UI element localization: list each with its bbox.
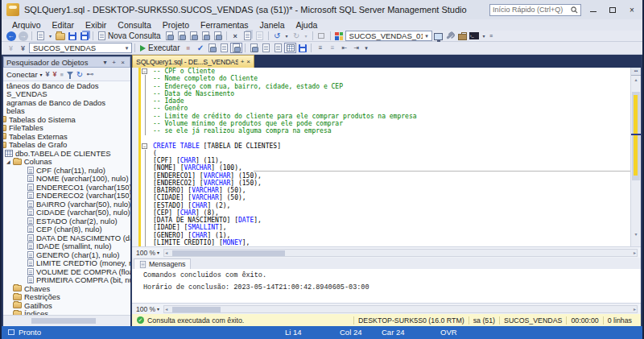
results-to-text-button[interactable] <box>272 43 284 53</box>
panel-close-button[interactable]: × <box>118 59 127 66</box>
analysis-query-button[interactable] <box>175 31 188 41</box>
tree-item[interactable]: PRIMEIRA COMPRA (bit, nulo) <box>3 276 130 285</box>
registered-servers-button[interactable] <box>432 31 444 41</box>
tree-item[interactable]: agramas de Banco de Dados <box>3 98 130 107</box>
menu-item[interactable]: Arquivo <box>6 20 47 30</box>
tree-item[interactable]: DATA DE NASCIMENTO (date, nulo) <box>3 234 130 242</box>
tree-item[interactable]: Tabelas Externas <box>3 132 130 141</box>
new-query-button[interactable]: Nova Consulta <box>96 31 163 40</box>
display-estimated-plan-button[interactable] <box>206 43 218 53</box>
fold-collapse-icon[interactable]: − <box>142 143 147 149</box>
scrollbar-thumb[interactable] <box>172 307 221 312</box>
tab-mensagens[interactable]: Mensagens <box>134 258 191 269</box>
tree-item[interactable]: Tabelas do Sistema <box>3 115 130 124</box>
scroll-right-icon[interactable]: ▸ <box>634 306 636 313</box>
mdx-query-button[interactable] <box>188 31 200 41</box>
redo-dropdown[interactable]: ▾ <box>303 31 310 41</box>
connect-dropdown-button[interactable]: Conectar ▾ <box>6 70 43 79</box>
cancel-query-button[interactable]: ■ <box>182 43 194 53</box>
pin-icon[interactable]: + <box>241 58 245 65</box>
tree-item[interactable]: Restrições <box>3 293 130 302</box>
filter-icon[interactable] <box>67 72 73 76</box>
tree-item[interactable]: dbo.TABELA DE CLIENTES <box>3 149 130 158</box>
tree-item[interactable]: CIDADE (varchar(50), nulo) <box>3 209 130 217</box>
uncomment-button[interactable]: ≡ <box>326 43 338 53</box>
tab-close-icon[interactable]: × <box>246 58 250 65</box>
debug-target-button[interactable] <box>316 31 328 41</box>
minimize-button[interactable] <box>586 3 601 16</box>
tree-item[interactable]: VOLUME DE COMPRA (float, nulo) <box>3 267 130 276</box>
xmla-query-button[interactable] <box>212 31 224 41</box>
tree-item[interactable]: belas <box>3 107 130 116</box>
new-file-dropdown[interactable]: ▾ <box>47 31 54 41</box>
decrease-indent-button[interactable]: ⇤ <box>338 43 350 53</box>
connect-query-button[interactable]: ¥ <box>5 43 17 53</box>
tree-item[interactable]: CEP (char(8), nulo) <box>3 225 130 234</box>
tree-item[interactable]: Tabelas de Grafo <box>3 141 130 150</box>
menu-item[interactable]: Ajuda <box>291 20 324 30</box>
database-combo-top[interactable]: SUCOS_VENDAS_01 ▾ <box>345 31 432 41</box>
menu-item[interactable]: Ferramentas <box>195 20 254 30</box>
tree-item[interactable]: tâneos do Banco de Dados <box>3 81 130 90</box>
tree-item[interactable]: GENERO (char(1), nulo) <box>3 250 130 259</box>
stop-process-button[interactable]: ¥ <box>53 70 57 78</box>
quick-launch-input[interactable]: Início Rápido (Ctrl+Q) <box>489 4 581 16</box>
save-all-button[interactable] <box>78 31 90 41</box>
scroll-left-icon[interactable]: ◂ <box>165 250 167 257</box>
results-to-file-button[interactable] <box>296 43 308 53</box>
splitter-grip[interactable]: ▪▪ <box>631 68 641 76</box>
tree-item[interactable]: FileTables <box>3 124 130 133</box>
navigate-forward-button[interactable]: → <box>17 31 29 41</box>
toolbar-overflow[interactable]: ≡ <box>488 31 495 41</box>
redo-button[interactable]: ↻ <box>291 31 303 41</box>
toolbar2-overflow[interactable]: ▾ <box>362 43 369 53</box>
results-to-grid-button[interactable] <box>284 43 296 53</box>
tree-item[interactable]: NOME (varchar(100), nulo) <box>3 175 130 184</box>
scrollbar-thumb[interactable] <box>31 318 96 324</box>
tree-item[interactable]: ◢Colunas <box>3 158 130 167</box>
scroll-left-icon[interactable]: ◂ <box>165 306 167 313</box>
tree-item[interactable]: IDADE (smallint, nulo) <box>3 242 130 251</box>
tree-item[interactable]: BAIRRO (varchar(50), nulo) <box>3 200 130 209</box>
query-options-button[interactable] <box>218 43 230 53</box>
tools-button[interactable] <box>444 31 456 41</box>
disconnect-button[interactable]: ¥ <box>46 70 50 78</box>
maximize-button[interactable] <box>605 3 620 16</box>
scroll-down-icon[interactable]: ▾ <box>631 230 641 238</box>
dmx-query-button[interactable] <box>200 31 212 41</box>
execute-button[interactable]: Executar <box>138 43 182 52</box>
editor-zoom-combo[interactable]: 100 % ▾ <box>134 249 162 257</box>
undo-dropdown[interactable]: ▾ <box>283 31 291 41</box>
tree-item[interactable]: ENDERECO2 (varchar(150), nulo) <box>3 192 130 201</box>
editor-vertical-scrollbar[interactable]: ▪▪ ▴ ▾ <box>630 68 641 246</box>
tree-item[interactable]: LIMITE CREDTIO (money, nulo) <box>3 259 130 268</box>
include-actual-plan-button[interactable] <box>248 43 260 53</box>
comment-button[interactable]: ≡ <box>314 43 326 53</box>
refresh-icon[interactable]: ↻ <box>76 70 83 79</box>
template-explorer-button[interactable] <box>456 31 469 41</box>
undo-button[interactable]: ↺ <box>271 31 283 41</box>
menu-item[interactable]: Janela <box>254 20 291 30</box>
increase-indent-button[interactable]: ⇥ <box>350 43 362 53</box>
menu-item[interactable]: Editar <box>47 20 80 30</box>
toolbar-dropdown[interactable]: ▾ <box>481 31 488 41</box>
cut-button[interactable]: × <box>229 31 242 41</box>
scroll-up-icon[interactable]: ▴ <box>631 76 641 84</box>
navigate-back-button[interactable]: ← <box>5 31 17 41</box>
open-file-button[interactable] <box>54 31 66 41</box>
messages-horizontal-scrollbar[interactable]: ◂ ▸ <box>163 305 638 313</box>
scroll-right-icon[interactable]: ▸ <box>634 250 636 257</box>
tree-item[interactable]: CPF (char(11), nulo) <box>3 166 130 175</box>
scrollbar-thumb[interactable] <box>172 250 285 256</box>
pin-icon[interactable]: + <box>109 59 118 66</box>
new-file-button[interactable] <box>35 31 47 41</box>
tree-item[interactable]: ESTADO (char(2), nulo) <box>3 217 130 225</box>
tree-item[interactable]: ENDERECO1 (varchar(150), nulo) <box>3 183 130 192</box>
menu-item[interactable]: Consulta <box>112 20 156 30</box>
messages-zoom-combo[interactable]: 100 % ▾ <box>134 305 162 313</box>
node-link-icon[interactable]: ⊷ <box>86 70 93 78</box>
new-database-engine-query-button[interactable] <box>163 31 175 41</box>
tree-item[interactable]: Gatilhos <box>3 301 130 310</box>
sql-editor[interactable]: −-- CPF o Cliente-- Nome completo do Cli… <box>132 68 641 246</box>
intellisense-toggle[interactable] <box>230 43 242 53</box>
